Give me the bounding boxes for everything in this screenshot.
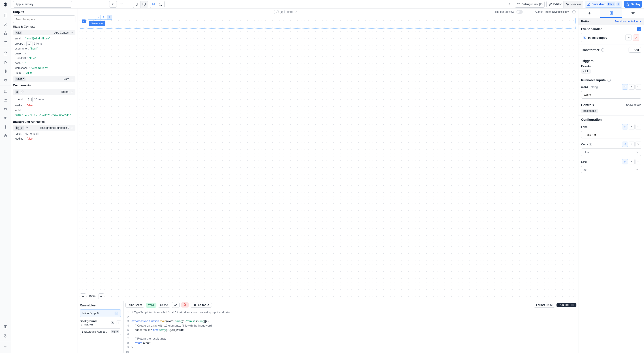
nav-settings-icon[interactable] (0, 123, 11, 132)
canvas[interactable]: a Press me − 100% + (78, 15, 578, 301)
connect-mode-button[interactable] (636, 124, 641, 129)
remove-script-button[interactable] (633, 35, 639, 41)
component-a-header[interactable]: a Button (13, 89, 76, 95)
edit-mode-button[interactable] (622, 159, 628, 164)
code-editor[interactable]: 12345678910 // TypeScript function calle… (124, 309, 578, 353)
nav-robot-icon[interactable] (0, 132, 11, 140)
nav-eye-icon[interactable] (0, 114, 11, 123)
delete-button[interactable] (181, 302, 189, 307)
search-outputs-input[interactable] (13, 16, 76, 23)
nav-dollar-icon[interactable] (0, 67, 11, 76)
info-icon[interactable]: i (572, 10, 576, 14)
nav-folder-icon[interactable] (0, 96, 11, 105)
connect-mode-button[interactable] (636, 84, 641, 90)
edit-icon[interactable] (20, 90, 24, 93)
size-select[interactable]: xs (581, 166, 641, 173)
hide-bar-toggle[interactable] (516, 10, 523, 14)
edit-mode-button[interactable] (622, 84, 628, 90)
pointer-icon[interactable] (25, 126, 28, 129)
wand-button[interactable] (172, 302, 180, 308)
nav-home-icon[interactable] (0, 49, 11, 58)
ctx-groups-key: groups (15, 42, 23, 46)
edit-mode-button[interactable] (622, 142, 628, 147)
full-editor-button[interactable]: Full Editor (190, 303, 212, 307)
word-input[interactable] (581, 91, 641, 99)
nav-book-icon[interactable] (0, 322, 11, 331)
nav-users-icon[interactable] (0, 38, 11, 47)
preview-tab[interactable]: Preview (564, 1, 582, 8)
nav-building-icon[interactable] (0, 11, 11, 20)
desktop-view-button[interactable] (140, 1, 148, 8)
run-button[interactable]: Run ⌘ ⏎ (556, 303, 576, 307)
see-documentation-link[interactable]: See documentation (615, 20, 641, 23)
fx-mode-button[interactable]: ƒ (629, 84, 634, 90)
nav-theme-icon[interactable] (0, 331, 11, 340)
code-content[interactable]: // TypeScript function called "main" tha… (130, 309, 578, 353)
svg-point-7 (4, 41, 6, 42)
connect-mode-button[interactable] (636, 159, 641, 164)
undo-button[interactable] (109, 1, 117, 8)
ctx-header[interactable]: ctx App Context (13, 30, 76, 35)
fx-mode-button[interactable]: ƒ (629, 159, 634, 164)
result-box[interactable]: result: [...] 10 items (15, 96, 46, 104)
runnable-item[interactable]: Inline Script 0 a (80, 309, 121, 317)
nav-collapse-icon[interactable] (0, 342, 11, 351)
add-transformer-button[interactable]: +Add (628, 47, 641, 53)
tab-component[interactable] (600, 9, 622, 18)
info-icon[interactable]: i (601, 48, 604, 52)
fx-mode-button[interactable]: ƒ (629, 142, 634, 147)
nav-user-icon[interactable] (0, 20, 11, 29)
show-details-link[interactable]: Show details (626, 104, 641, 107)
bg-runnable-item[interactable]: Background Runna... bg_0 (80, 328, 121, 335)
nav-group-icon[interactable] (0, 105, 11, 114)
state-header[interactable]: state State (13, 76, 76, 82)
cache-pill[interactable]: Cache (158, 303, 170, 307)
info-icon[interactable]: i (111, 321, 114, 324)
press-me-button[interactable]: Press me (89, 21, 106, 26)
more-menu-button[interactable] (506, 1, 513, 8)
zoom-out-button[interactable]: − (80, 293, 86, 299)
format-button[interactable]: Format ⌘ S (534, 303, 555, 307)
edit-mode-button[interactable] (622, 124, 628, 129)
info-icon[interactable]: i (608, 79, 611, 82)
mobile-view-button[interactable] (133, 1, 140, 8)
connect-mode-button[interactable] (636, 142, 641, 147)
svg-point-54 (639, 87, 639, 88)
fx-mode-button[interactable]: ƒ (629, 124, 634, 129)
center-align-button[interactable] (150, 1, 157, 8)
nav-bot-icon[interactable] (0, 76, 11, 85)
add-bg-runnable-button[interactable]: + (116, 320, 121, 325)
tab-add[interactable] (578, 9, 600, 18)
label-input[interactable] (581, 131, 641, 138)
move-tool[interactable] (107, 15, 112, 20)
center-area: (1) once Hide bar on view Author henri@w… (78, 9, 578, 353)
bg0-header[interactable]: bg_0 Background Runnable 0 (13, 125, 76, 131)
refresh-button[interactable]: (1) (274, 10, 285, 14)
ctx-groups-badge[interactable]: [...] (26, 41, 32, 47)
app-summary-input[interactable] (13, 1, 72, 8)
refresh-mode-select[interactable]: once (287, 10, 297, 14)
nav-play-icon[interactable] (0, 58, 11, 67)
editor-tab[interactable]: Editor (547, 1, 564, 8)
expand-tool[interactable] (95, 15, 100, 20)
component-wrapper[interactable]: Press me (88, 20, 112, 27)
nav-calendar-icon[interactable] (0, 87, 11, 96)
canvas-row[interactable]: a Press me (80, 18, 576, 29)
save-draft-button[interactable]: Save draft Ctrl S (585, 1, 622, 8)
nav-star-icon[interactable] (0, 29, 11, 38)
fullscreen-button[interactable] (157, 1, 164, 8)
anchor-tool[interactable] (101, 15, 106, 20)
redo-button[interactable] (118, 1, 125, 8)
color-select[interactable]: blue (581, 148, 641, 156)
open-script-button[interactable] (626, 35, 632, 41)
info-icon[interactable]: i (589, 143, 592, 146)
input-word-type: string (591, 85, 598, 89)
component-tools (95, 15, 112, 20)
debug-runs-button[interactable]: Debug runs (2) (515, 1, 545, 8)
align-mode-group (150, 1, 165, 8)
app-context-label: App Context (54, 31, 69, 34)
tab-style[interactable] (622, 9, 644, 18)
zoom-in-button[interactable]: + (98, 293, 104, 299)
inline-script-pill[interactable]: Inline Script (125, 303, 144, 307)
deploy-button[interactable]: Deploy (624, 1, 642, 8)
